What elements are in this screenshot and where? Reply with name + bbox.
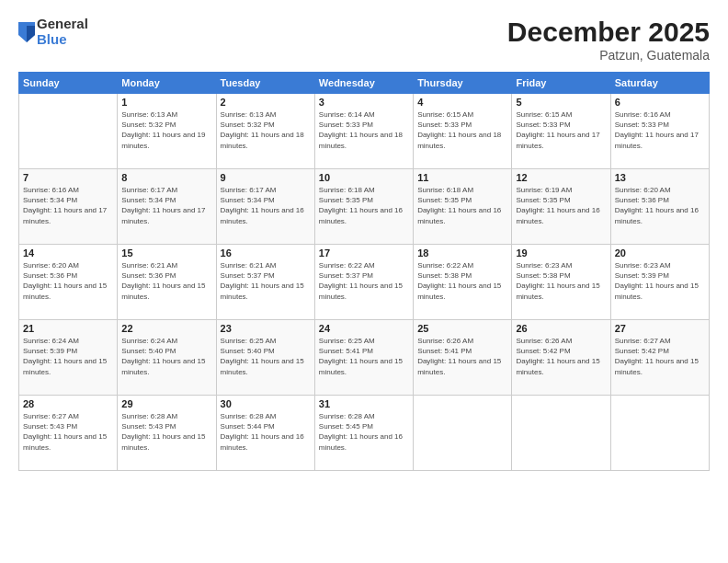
weekday-header-sunday: Sunday: [19, 73, 118, 94]
calendar-week-row: 1Sunrise: 6:13 AM Sunset: 5:32 PM Daylig…: [19, 94, 710, 169]
day-info: Sunrise: 6:16 AM Sunset: 5:33 PM Dayligh…: [615, 109, 705, 151]
day-info: Sunrise: 6:13 AM Sunset: 5:32 PM Dayligh…: [221, 109, 311, 151]
calendar-cell: 9Sunrise: 6:17 AM Sunset: 5:34 PM Daylig…: [216, 169, 314, 245]
logo-text: General Blue: [37, 17, 88, 47]
calendar-cell: 25Sunrise: 6:26 AM Sunset: 5:41 PM Dayli…: [414, 320, 512, 396]
day-info: Sunrise: 6:24 AM Sunset: 5:40 PM Dayligh…: [121, 336, 211, 377]
calendar-cell: 2Sunrise: 6:13 AM Sunset: 5:32 PM Daylig…: [216, 94, 314, 169]
calendar-cell: 18Sunrise: 6:22 AM Sunset: 5:38 PM Dayli…: [414, 245, 512, 320]
weekday-header-wednesday: Wednesday: [314, 73, 413, 94]
day-number: 5: [516, 97, 606, 108]
day-info: Sunrise: 6:18 AM Sunset: 5:35 PM Dayligh…: [319, 185, 409, 226]
day-number: 24: [319, 323, 409, 334]
day-number: 1: [121, 97, 211, 108]
day-number: 21: [23, 323, 113, 334]
logo-general: General: [37, 17, 88, 32]
header: General Blue December 2025 Patzun, Guate…: [18, 17, 710, 63]
day-info: Sunrise: 6:23 AM Sunset: 5:38 PM Dayligh…: [516, 260, 606, 302]
day-info: Sunrise: 6:24 AM Sunset: 5:39 PM Dayligh…: [23, 336, 113, 377]
day-number: 18: [417, 247, 507, 259]
day-number: 16: [221, 247, 311, 259]
calendar-cell: 20Sunrise: 6:23 AM Sunset: 5:39 PM Dayli…: [610, 245, 709, 320]
day-number: 15: [121, 247, 211, 259]
calendar-cell: [19, 94, 118, 169]
day-number: 6: [615, 97, 705, 108]
calendar-cell: 23Sunrise: 6:25 AM Sunset: 5:40 PM Dayli…: [216, 320, 314, 396]
calendar-cell: 4Sunrise: 6:15 AM Sunset: 5:33 PM Daylig…: [414, 94, 512, 169]
day-number: 8: [121, 172, 211, 183]
calendar-cell: 3Sunrise: 6:14 AM Sunset: 5:33 PM Daylig…: [314, 94, 413, 169]
calendar-cell: 16Sunrise: 6:21 AM Sunset: 5:37 PM Dayli…: [216, 245, 314, 320]
calendar-cell: 10Sunrise: 6:18 AM Sunset: 5:35 PM Dayli…: [314, 169, 413, 245]
day-number: 17: [319, 247, 409, 259]
day-info: Sunrise: 6:19 AM Sunset: 5:35 PM Dayligh…: [516, 185, 606, 226]
weekday-header-row: SundayMondayTuesdayWednesdayThursdayFrid…: [19, 73, 710, 94]
day-info: Sunrise: 6:28 AM Sunset: 5:44 PM Dayligh…: [221, 411, 311, 453]
calendar-week-row: 21Sunrise: 6:24 AM Sunset: 5:39 PM Dayli…: [19, 320, 710, 396]
calendar-cell: 21Sunrise: 6:24 AM Sunset: 5:39 PM Dayli…: [19, 320, 118, 396]
logo-blue: Blue: [37, 32, 88, 48]
day-number: 4: [417, 97, 507, 108]
day-info: Sunrise: 6:14 AM Sunset: 5:33 PM Dayligh…: [319, 109, 409, 151]
day-number: 2: [221, 97, 311, 108]
calendar-cell: 28Sunrise: 6:27 AM Sunset: 5:43 PM Dayli…: [19, 396, 118, 471]
calendar-week-row: 14Sunrise: 6:20 AM Sunset: 5:36 PM Dayli…: [19, 245, 710, 320]
day-info: Sunrise: 6:17 AM Sunset: 5:34 PM Dayligh…: [121, 185, 211, 226]
day-info: Sunrise: 6:20 AM Sunset: 5:36 PM Dayligh…: [615, 185, 705, 226]
day-number: 26: [516, 323, 606, 334]
day-info: Sunrise: 6:16 AM Sunset: 5:34 PM Dayligh…: [23, 185, 113, 226]
title-block: December 2025 Patzun, Guatemala: [507, 17, 710, 63]
calendar-cell: 29Sunrise: 6:28 AM Sunset: 5:43 PM Dayli…: [118, 396, 216, 471]
day-info: Sunrise: 6:27 AM Sunset: 5:43 PM Dayligh…: [23, 411, 113, 453]
logo: General Blue: [18, 17, 88, 47]
day-info: Sunrise: 6:27 AM Sunset: 5:42 PM Dayligh…: [615, 336, 705, 377]
day-info: Sunrise: 6:15 AM Sunset: 5:33 PM Dayligh…: [516, 109, 606, 151]
logo-icon: [18, 22, 35, 42]
weekday-header-friday: Friday: [512, 73, 610, 94]
calendar-cell: [414, 396, 512, 471]
day-info: Sunrise: 6:26 AM Sunset: 5:41 PM Dayligh…: [417, 336, 507, 377]
calendar-cell: 7Sunrise: 6:16 AM Sunset: 5:34 PM Daylig…: [19, 169, 118, 245]
calendar-week-row: 28Sunrise: 6:27 AM Sunset: 5:43 PM Dayli…: [19, 396, 710, 471]
weekday-header-monday: Monday: [118, 73, 216, 94]
calendar-cell: 30Sunrise: 6:28 AM Sunset: 5:44 PM Dayli…: [216, 396, 314, 471]
day-number: 7: [23, 172, 113, 183]
calendar-cell: 27Sunrise: 6:27 AM Sunset: 5:42 PM Dayli…: [610, 320, 709, 396]
day-number: 3: [319, 97, 409, 108]
calendar-cell: 17Sunrise: 6:22 AM Sunset: 5:37 PM Dayli…: [314, 245, 413, 320]
svg-marker-1: [27, 26, 35, 42]
calendar-body: 1Sunrise: 6:13 AM Sunset: 5:32 PM Daylig…: [19, 94, 710, 471]
day-info: Sunrise: 6:25 AM Sunset: 5:41 PM Dayligh…: [319, 336, 409, 377]
calendar-cell: 24Sunrise: 6:25 AM Sunset: 5:41 PM Dayli…: [314, 320, 413, 396]
location-subtitle: Patzun, Guatemala: [507, 48, 710, 63]
calendar-cell: 15Sunrise: 6:21 AM Sunset: 5:36 PM Dayli…: [118, 245, 216, 320]
day-number: 25: [417, 323, 507, 334]
day-number: 10: [319, 172, 409, 183]
calendar-cell: 1Sunrise: 6:13 AM Sunset: 5:32 PM Daylig…: [118, 94, 216, 169]
day-number: 19: [516, 247, 606, 259]
day-number: 28: [23, 398, 113, 409]
day-info: Sunrise: 6:22 AM Sunset: 5:37 PM Dayligh…: [319, 260, 409, 302]
day-info: Sunrise: 6:23 AM Sunset: 5:39 PM Dayligh…: [615, 260, 705, 302]
calendar-cell: 22Sunrise: 6:24 AM Sunset: 5:40 PM Dayli…: [118, 320, 216, 396]
calendar-cell: 31Sunrise: 6:28 AM Sunset: 5:45 PM Dayli…: [314, 396, 413, 471]
day-number: 22: [121, 323, 211, 334]
day-info: Sunrise: 6:22 AM Sunset: 5:38 PM Dayligh…: [417, 260, 507, 302]
weekday-header-tuesday: Tuesday: [216, 73, 314, 94]
day-number: 12: [516, 172, 606, 183]
calendar-cell: 8Sunrise: 6:17 AM Sunset: 5:34 PM Daylig…: [118, 169, 216, 245]
day-info: Sunrise: 6:18 AM Sunset: 5:35 PM Dayligh…: [417, 185, 507, 226]
calendar-cell: 19Sunrise: 6:23 AM Sunset: 5:38 PM Dayli…: [512, 245, 610, 320]
calendar-week-row: 7Sunrise: 6:16 AM Sunset: 5:34 PM Daylig…: [19, 169, 710, 245]
month-title: December 2025: [507, 17, 710, 48]
calendar-cell: 6Sunrise: 6:16 AM Sunset: 5:33 PM Daylig…: [610, 94, 709, 169]
day-info: Sunrise: 6:28 AM Sunset: 5:45 PM Dayligh…: [319, 411, 409, 453]
calendar-header: SundayMondayTuesdayWednesdayThursdayFrid…: [19, 73, 710, 94]
day-info: Sunrise: 6:20 AM Sunset: 5:36 PM Dayligh…: [23, 260, 113, 302]
day-info: Sunrise: 6:21 AM Sunset: 5:36 PM Dayligh…: [121, 260, 211, 302]
weekday-header-thursday: Thursday: [414, 73, 512, 94]
day-number: 9: [221, 172, 311, 183]
day-number: 31: [319, 398, 409, 409]
day-info: Sunrise: 6:28 AM Sunset: 5:43 PM Dayligh…: [121, 411, 211, 453]
calendar-cell: [610, 396, 709, 471]
